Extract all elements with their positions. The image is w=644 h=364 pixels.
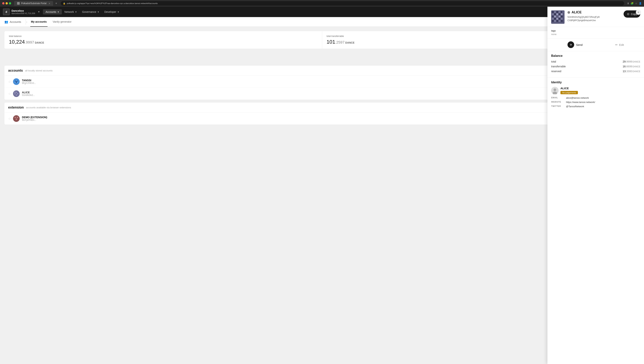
svg-rect-19: [559, 11, 560, 13]
website-label: WEBSITE: [551, 101, 566, 104]
window-controls: [2, 2, 11, 4]
svg-rect-34: [556, 18, 558, 20]
sub-nav-accounts-link[interactable]: 👥 Accounts: [5, 20, 26, 24]
extension-section-header: extension accounts available via browser…: [5, 102, 639, 112]
close-window-button[interactable]: [2, 2, 5, 4]
url-text: polkadot.js.org/apps/?rpc=wss%3A%2F%2Fra…: [67, 2, 157, 4]
twitter-value: @TanssiNetwork: [566, 105, 584, 108]
account-name-tanssi: TANSSI: [22, 79, 570, 82]
email-label: EMAIL: [551, 96, 566, 99]
send-action-button[interactable]: ✈ Send: [567, 41, 582, 48]
nav-accounts-label: Accounts: [46, 10, 56, 13]
svg-rect-23: [554, 13, 556, 15]
edit-icon: ✏: [615, 43, 618, 46]
favorite-icon[interactable]: ☆: [8, 92, 11, 96]
transferable-balance-currency: DANCE: [345, 41, 355, 44]
twitter-label: TWITTER: [551, 105, 566, 108]
svg-rect-30: [559, 16, 560, 18]
svg-rect-32: [552, 18, 554, 20]
extension-section: extension accounts available via browser…: [5, 102, 639, 124]
tab-close-icon[interactable]: ✕: [49, 2, 50, 4]
nav-governance-label: Governance: [82, 10, 96, 13]
nav-network-item[interactable]: Network ▼: [62, 9, 80, 14]
transferable-balance-decimal: .2597: [335, 40, 345, 44]
network-dropdown-icon: ▼: [38, 10, 40, 13]
identity-website-field: WEBSITE https://www.tanssi.network/: [551, 101, 640, 104]
network-path: dancebox/500 #1,719,308: [12, 12, 35, 14]
svg-rect-40: [559, 20, 560, 22]
nav-governance-chevron: ▼: [97, 11, 99, 13]
browser-tab[interactable]: Polkadot/Substrate Portal ✕: [14, 1, 53, 6]
tab-favicon: [17, 2, 20, 5]
website-value: https://www.tanssi.network/: [566, 101, 595, 104]
tab-my-accounts[interactable]: My accounts: [30, 17, 48, 27]
svg-rect-38: [554, 20, 556, 22]
send-action-icon: ✈: [567, 41, 574, 48]
svg-rect-21: [562, 11, 564, 13]
account-info-alice: ALICE 5Gh9NSh2...: [22, 91, 636, 96]
network-selector[interactable]: d Dancebox dancebox/500 #1,719,308 ▼: [0, 8, 43, 15]
accounts-section-subtitle: all locally stored accounts: [25, 69, 53, 72]
total-balance-whole: 10,224: [9, 39, 25, 45]
total-balance-decimal: .9997: [25, 40, 34, 44]
svg-rect-10: [16, 94, 17, 96]
nav-accounts-chevron: ▼: [57, 11, 59, 13]
svg-point-13: [17, 117, 18, 118]
svg-rect-26: [561, 13, 563, 15]
overlay-balance-section: Balance total 29.9999DANCE transferrable…: [547, 51, 644, 78]
svg-rect-39: [556, 20, 558, 22]
table-row: ☆ DEMO (EXTENSION) 5GYyHYvEn... ⚠ 109.99…: [5, 112, 639, 124]
profile-icon[interactable]: 👤: [639, 2, 642, 5]
identicon-alice-overlay: [551, 10, 564, 24]
edit-action-button[interactable]: ✏ Edit: [615, 43, 624, 46]
identicon-demo: [13, 115, 20, 122]
svg-rect-6: [15, 92, 16, 93]
nav-developer-chevron: ▼: [117, 11, 119, 13]
account-name-demo: DEMO (EXTENSION): [22, 116, 576, 119]
svg-rect-7: [16, 92, 17, 93]
minimize-window-button[interactable]: [6, 2, 8, 4]
bookmark-icon[interactable]: ☆: [635, 2, 637, 5]
nav-network-chevron: ▼: [75, 11, 77, 13]
overlay-actions-section: ✈ Send ✏ Edit: [547, 38, 644, 51]
overlay-close-button[interactable]: ×: [636, 10, 641, 15]
extension-section-title: extension: [8, 106, 24, 110]
sub-nav-divider: [26, 19, 26, 25]
extension-icon[interactable]: 🧩: [631, 2, 633, 5]
favorite-icon[interactable]: ☆: [8, 80, 11, 84]
svg-rect-17: [554, 11, 556, 13]
accounts-section: accounts all locally stored accounts ☆ T…: [5, 66, 639, 100]
svg-rect-8: [15, 93, 16, 94]
tab-title: Polkadot/Substrate Portal: [21, 2, 47, 5]
new-tab-button[interactable]: +: [55, 2, 58, 5]
maximize-window-button[interactable]: [9, 2, 11, 4]
svg-rect-16: [552, 11, 554, 13]
table-row: ☆ ALICE 5Gh9NSh2...: [5, 88, 639, 100]
identity-section-title: Identity: [551, 81, 640, 84]
transferable-balance-row-value: 16.6699DANCE: [623, 65, 640, 68]
download-icon[interactable]: ⬇: [627, 2, 629, 5]
svg-rect-18: [556, 11, 558, 13]
address-bar[interactable]: 🔒 polkadot.js.org/apps/?rpc=wss%3A%2F%2F…: [61, 1, 624, 6]
account-address-alice: 5Gh9NSh2...: [22, 94, 636, 96]
total-balance-row: total 29.9999DANCE: [551, 60, 640, 63]
svg-rect-27: [552, 16, 554, 18]
tab-vanity-generator[interactable]: Vanity generator: [52, 17, 72, 27]
total-balance-value: 10,224.9997DANCE: [9, 39, 317, 45]
accounts-section-title: accounts: [8, 69, 23, 72]
overlay-identity-section: Identity ALICE No judgements EMAIL alice…: [547, 78, 644, 112]
nav-accounts-button[interactable]: Accounts ▼: [43, 9, 62, 14]
account-address-demo: 5GYyHYvEn...: [22, 119, 576, 121]
transferable-balance-row: transferrable 16.6699DANCE: [551, 65, 640, 68]
overlay-account-name: ALICE: [572, 10, 582, 14]
svg-rect-36: [561, 18, 563, 20]
nav-governance-item[interactable]: Governance ▼: [80, 9, 102, 14]
account-avatar-demo: [13, 115, 20, 122]
total-balance-currency: DANCE: [35, 41, 44, 44]
svg-point-12: [15, 117, 16, 118]
nav-developer-item[interactable]: Developer ▼: [102, 9, 122, 14]
nav-developer-label: Developer: [104, 10, 116, 13]
favorite-icon[interactable]: ☆: [8, 117, 11, 120]
transferable-balance-whole: 101: [327, 39, 335, 45]
account-info-demo: DEMO (EXTENSION) 5GYyHYvEn...: [22, 116, 576, 121]
